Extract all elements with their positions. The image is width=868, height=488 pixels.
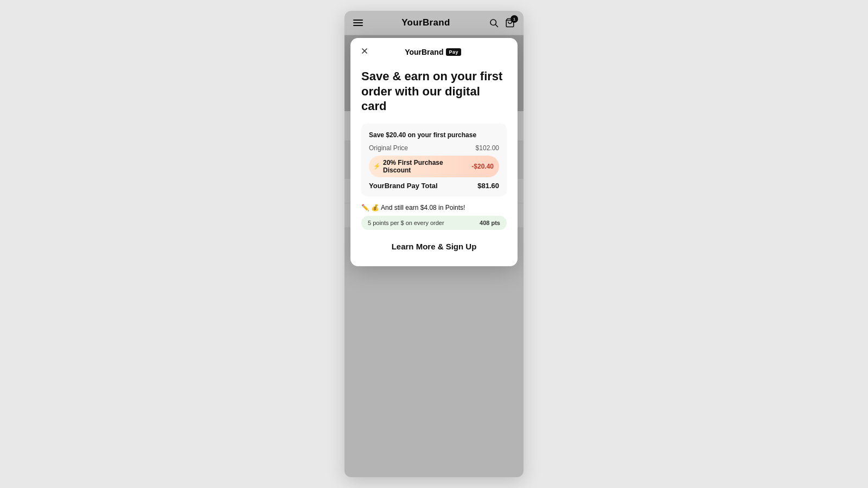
- original-price-row: Original Price $102.00: [369, 144, 499, 152]
- total-label: YourBrand Pay Total: [369, 182, 438, 190]
- points-pill-label: 5 points per $ on every order: [368, 220, 444, 226]
- modal-brand-name: YourBrand: [405, 48, 443, 56]
- points-pill: 5 points per $ on every order 408 pts: [361, 216, 507, 230]
- pay-modal: YourBrand Pay Save & earn on your first …: [350, 38, 518, 266]
- points-pill-value: 408 pts: [480, 220, 500, 226]
- savings-card-title: Save $20.40 on your first purchase: [369, 131, 499, 139]
- learn-more-signup-button[interactable]: Learn More & Sign Up: [361, 237, 507, 255]
- original-price-label: Original Price: [369, 144, 408, 152]
- total-row: YourBrand Pay Total $81.60: [369, 182, 499, 190]
- discount-label: ⚡ 20% First Purchase Discount: [373, 159, 471, 174]
- modal-headline: Save & earn on your first order with our…: [361, 69, 507, 114]
- modal-backdrop: YourBrand Pay Save & earn on your first …: [344, 11, 524, 477]
- total-value: $81.60: [477, 182, 499, 190]
- discount-label-text: 20% First Purchase Discount: [383, 159, 471, 174]
- modal-close-button[interactable]: [359, 46, 370, 58]
- original-price-value: $102.00: [476, 144, 499, 152]
- discount-row: ⚡ 20% First Purchase Discount -$20.40: [369, 156, 499, 177]
- points-section: ✏️ 💰 And still earn $4.08 in Points! 5 p…: [361, 204, 507, 230]
- modal-body: Save & earn on your first order with our…: [350, 63, 518, 266]
- lightning-icon: ⚡: [373, 163, 381, 170]
- pay-badge: Pay: [446, 48, 461, 56]
- savings-card: Save $20.40 on your first purchase Origi…: [361, 124, 507, 196]
- modal-cta: Learn More & Sign Up: [361, 237, 507, 255]
- points-headline: ✏️ 💰 And still earn $4.08 in Points!: [361, 204, 507, 211]
- phone-frame: YourBrand 1 👟: [344, 11, 524, 477]
- modal-header: YourBrand Pay: [350, 38, 518, 63]
- discount-amount: -$20.40: [471, 163, 494, 170]
- modal-brand: YourBrand Pay: [405, 48, 461, 56]
